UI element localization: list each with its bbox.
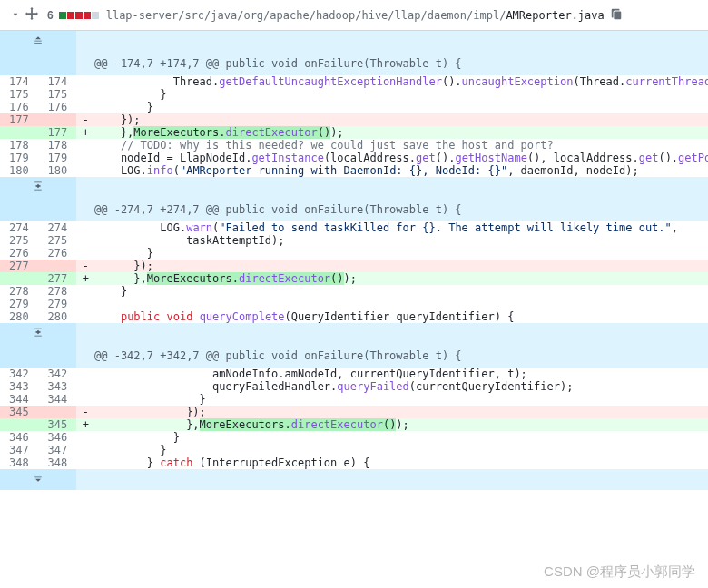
code-line: 343343 queryFailedHandler.queryFailed(cu… <box>0 380 708 393</box>
code-line: 175175 } <box>0 88 708 101</box>
code-line: 275275 taskAttemptId); <box>0 234 708 247</box>
code-line-added: 277+ },MoreExecutors.directExecutor()); <box>0 272 708 285</box>
expand-up-row[interactable] <box>0 31 708 52</box>
code-line: 180180 LOG.info("AMReporter running with… <box>0 164 708 177</box>
expand-row[interactable] <box>0 177 708 198</box>
expand-row[interactable] <box>0 323 708 344</box>
hunk-header: @@ -274,7 +274,7 @@ public void onFailur… <box>0 198 708 221</box>
code-line: 344344 } <box>0 393 708 406</box>
collapse-chevron-icon[interactable] <box>9 9 22 22</box>
file-header: 6 llap-server/src/java/org/apache/hadoop… <box>0 0 708 31</box>
code-line: 342342 amNodeInfo.amNodeId, currentQuery… <box>0 368 708 380</box>
code-line-added: 177+ },MoreExecutors.directExecutor()); <box>0 126 708 139</box>
move-icon[interactable] <box>25 7 42 23</box>
hunk-header: @@ -342,7 +342,7 @@ public void onFailur… <box>0 344 708 368</box>
change-count: 6 <box>47 9 54 22</box>
code-line: 174174 Thread.getDefaultUncaughtExceptio… <box>0 75 708 88</box>
code-line: 276276 } <box>0 247 708 260</box>
code-line: 347347 } <box>0 444 708 456</box>
code-line: 274274 LOG.warn("Failed to send taskKill… <box>0 221 708 234</box>
code-line-added: 345+ },MoreExecutors.directExecutor()); <box>0 418 708 431</box>
code-line: 346346 } <box>0 431 708 444</box>
hunk-header: @@ -174,7 +174,7 @@ public void onFailur… <box>0 52 708 75</box>
code-line-deleted: 277- }); <box>0 260 708 272</box>
code-line: 280280 public void queryComplete(QueryId… <box>0 310 708 323</box>
code-line: 348348 } catch (InterruptedException e) … <box>0 456 708 469</box>
code-line: 279279 <box>0 298 708 310</box>
diff-table: @@ -174,7 +174,7 @@ public void onFailur… <box>0 31 708 490</box>
code-line: 179179 nodeId = LlapNodeId.getInstance(l… <box>0 152 708 164</box>
copy-path-icon[interactable] <box>610 7 623 23</box>
diff-stat-squares <box>59 12 99 19</box>
code-line: 278278 } <box>0 285 708 298</box>
code-line-deleted: 177- }); <box>0 113 708 126</box>
code-line: 178178 // TODO: why is this needed? we c… <box>0 139 708 152</box>
file-path[interactable]: llap-server/src/java/org/apache/hadoop/h… <box>106 9 605 22</box>
code-line: 176176 } <box>0 101 708 113</box>
expand-down-row[interactable] <box>0 469 708 490</box>
code-line-deleted: 345- }); <box>0 406 708 418</box>
